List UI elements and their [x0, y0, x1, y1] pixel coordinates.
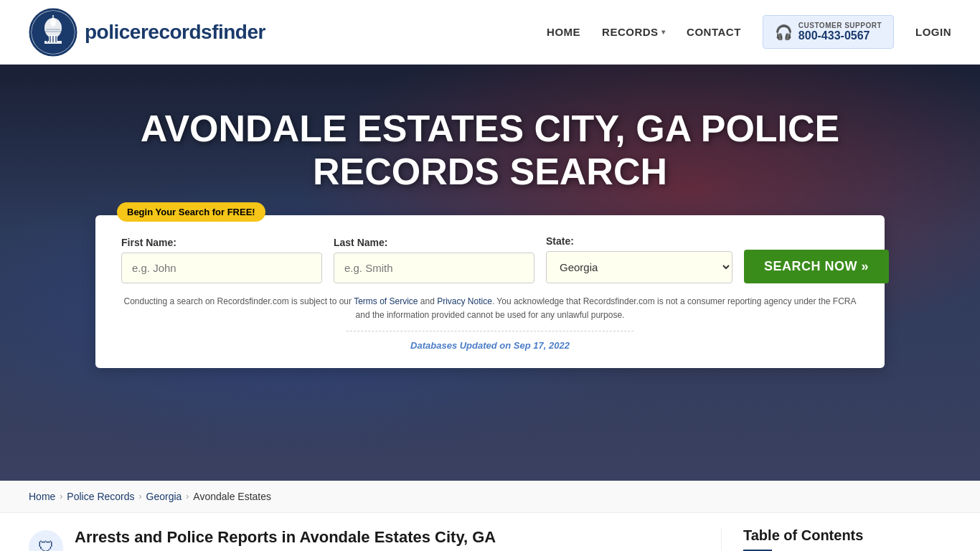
toc-title: Table of Contents [743, 527, 951, 544]
site-header: policerecordsfinder HOME RECORDS ▾ CONTA… [0, 0, 980, 65]
main-nav: HOME RECORDS ▾ CONTACT 🎧 CUSTOMER SUPPOR… [547, 15, 951, 49]
svg-rect-5 [47, 36, 48, 42]
nav-contact[interactable]: CONTACT [687, 26, 741, 38]
main-content: 🛡 Arrests and Police Reports in Avondale… [0, 527, 980, 551]
db-updated: Databases Updated on Sep 17, 2022 [121, 340, 859, 351]
svg-rect-8 [55, 36, 57, 42]
db-updated-label: Databases Updated on [410, 340, 511, 351]
breadcrumb-home[interactable]: Home [29, 491, 55, 502]
customer-support-box: 🎧 CUSTOMER SUPPORT 800-433-0567 [763, 15, 894, 49]
shield-icon: 🛡 [38, 538, 54, 551]
breadcrumb-sep-1: › [60, 491, 62, 501]
breadcrumb: Home › Police Records › Georgia › Avonda… [0, 481, 980, 513]
first-name-label: First Name: [121, 237, 322, 248]
support-phone: 800-433-0567 [798, 29, 882, 42]
nav-login[interactable]: LOGIN [915, 26, 951, 38]
last-name-input[interactable] [334, 253, 534, 283]
shield-icon-circle: 🛡 [29, 530, 63, 551]
hero-content: AVONDALE ESTATES CITY, GA POLICE RECORDS… [95, 108, 885, 194]
logo-text-bold: finder [212, 21, 265, 43]
headset-icon: 🎧 [775, 24, 793, 41]
hero-section: AVONDALE ESTATES CITY, GA POLICE RECORDS… [0, 65, 980, 481]
last-name-label: Last Name: [334, 237, 534, 248]
breadcrumb-police-records[interactable]: Police Records [67, 491, 134, 502]
breadcrumb-current: Avondale Estates [193, 491, 271, 502]
state-label: State: [546, 235, 732, 247]
search-button[interactable]: SEARCH NOW » [744, 250, 889, 283]
form-row: First Name: Last Name: State: Georgia SE… [121, 235, 859, 283]
db-updated-date: Sep 17, 2022 [514, 340, 570, 351]
privacy-link[interactable]: Privacy Notice [437, 296, 492, 306]
svg-rect-6 [50, 36, 51, 42]
breadcrumb-sep-2: › [139, 491, 142, 501]
nav-home[interactable]: HOME [547, 26, 580, 38]
content-left: 🛡 Arrests and Police Reports in Avondale… [29, 527, 722, 551]
support-label: CUSTOMER SUPPORT [798, 22, 882, 29]
svg-point-9 [50, 18, 56, 27]
tos-link[interactable]: Terms of Service [354, 296, 418, 306]
records-chevron-icon: ▾ [661, 28, 666, 36]
first-name-group: First Name: [121, 237, 322, 283]
search-form-container: Begin Your Search for FREE! First Name: … [95, 215, 885, 368]
state-group: State: Georgia [546, 235, 732, 283]
divider [347, 331, 633, 331]
last-name-group: Last Name: [334, 237, 534, 283]
article-header: 🛡 Arrests and Police Reports in Avondale… [29, 527, 699, 551]
nav-records[interactable]: RECORDS ▾ [602, 26, 665, 38]
content-right: Table of Contents › Arrests and Police R… [722, 527, 951, 551]
logo[interactable]: policerecordsfinder [29, 8, 265, 57]
free-badge: Begin Your Search for FREE! [117, 202, 265, 222]
article-title: Arrests and Police Reports in Avondale E… [75, 527, 496, 548]
first-name-input[interactable] [121, 253, 322, 283]
state-select[interactable]: Georgia [546, 251, 732, 283]
hero-title: AVONDALE ESTATES CITY, GA POLICE RECORDS… [95, 108, 885, 194]
breadcrumb-sep-3: › [186, 491, 189, 501]
breadcrumb-georgia[interactable]: Georgia [146, 491, 182, 502]
logo-text-regular: policerecords [85, 21, 212, 43]
disclaimer-text: Conducting a search on Recordsfinder.com… [121, 295, 859, 322]
svg-rect-7 [52, 36, 54, 42]
logo-icon [29, 8, 77, 57]
